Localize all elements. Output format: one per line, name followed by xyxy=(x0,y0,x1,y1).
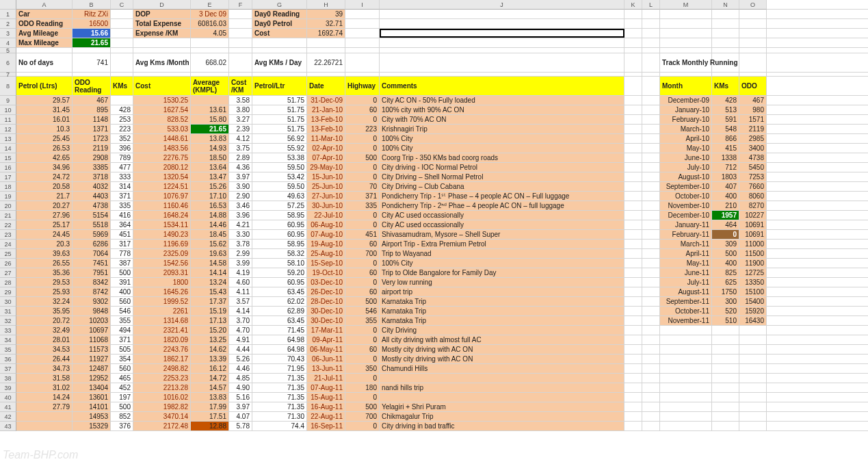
col-header-K[interactable]: K xyxy=(624,0,642,10)
grid[interactable]: ABCDEFGHIJKLMNO CarRitz ZXiDOP3 Dec 09Da… xyxy=(16,0,868,464)
cell-K19[interactable] xyxy=(624,192,642,201)
cell-K7[interactable] xyxy=(624,73,642,76)
cell-K5[interactable] xyxy=(624,48,642,53)
cell-F1[interactable] xyxy=(229,10,252,18)
cell-M43[interactable] xyxy=(660,422,712,430)
col-header-N[interactable]: N xyxy=(712,0,739,10)
cell-O37[interactable] xyxy=(739,364,767,373)
cell-K33[interactable] xyxy=(624,326,642,335)
row-header-38[interactable]: 38 xyxy=(0,374,16,383)
col-header-B[interactable]: B xyxy=(73,0,111,10)
cell-L38[interactable] xyxy=(642,374,660,383)
cell-N39[interactable] xyxy=(712,383,739,392)
cell-L22[interactable] xyxy=(642,220,660,229)
col-header-D[interactable]: D xyxy=(133,0,191,10)
cell-J2[interactable] xyxy=(380,19,624,28)
cell-K32[interactable] xyxy=(624,316,642,325)
cell-M35[interactable] xyxy=(660,345,712,354)
cell-O4[interactable] xyxy=(739,38,767,47)
cell-K11[interactable] xyxy=(624,115,642,124)
cell-K4[interactable] xyxy=(624,38,642,47)
cell-M33[interactable] xyxy=(660,326,712,335)
cell-N42[interactable] xyxy=(712,412,739,421)
cell-O33[interactable] xyxy=(739,326,767,335)
cell-O41[interactable] xyxy=(739,402,767,411)
cell-C2[interactable] xyxy=(111,19,133,28)
cell-K40[interactable] xyxy=(624,393,642,402)
row-header-22[interactable]: 22 xyxy=(0,220,16,230)
cell-N41[interactable] xyxy=(712,402,739,411)
row-header-28[interactable]: 28 xyxy=(0,278,16,287)
cell-K43[interactable] xyxy=(624,422,642,430)
cell-K30[interactable] xyxy=(624,297,642,306)
cell-O40[interactable] xyxy=(739,393,767,402)
cell-K24[interactable] xyxy=(624,240,642,248)
cell-O35[interactable] xyxy=(739,345,767,354)
cell-M41[interactable] xyxy=(660,402,712,411)
row-header-30[interactable]: 30 xyxy=(0,297,16,307)
row-header-5[interactable]: 5 xyxy=(0,48,16,53)
cell-N35[interactable] xyxy=(712,345,739,354)
cell-M3[interactable] xyxy=(660,29,712,38)
cell-L5[interactable] xyxy=(642,48,660,53)
cell-E7[interactable] xyxy=(191,73,229,76)
cell-M34[interactable] xyxy=(660,335,712,344)
cell-L33[interactable] xyxy=(642,326,660,335)
cell-N43[interactable] xyxy=(712,422,739,430)
col-header-H[interactable]: H xyxy=(307,0,345,10)
cell-H4[interactable] xyxy=(307,38,345,47)
cell-L3[interactable] xyxy=(642,29,660,38)
cell-L31[interactable] xyxy=(642,307,660,315)
row-header-36[interactable]: 36 xyxy=(0,355,16,364)
cell-F3[interactable] xyxy=(229,29,252,38)
cell-L23[interactable] xyxy=(642,230,660,239)
row-header-37[interactable]: 37 xyxy=(0,364,16,374)
cell-O7[interactable] xyxy=(739,73,767,76)
cell-K26[interactable] xyxy=(624,259,642,268)
row-header-27[interactable]: 27 xyxy=(0,268,16,278)
row-header-29[interactable]: 29 xyxy=(0,287,16,297)
cell-E4[interactable] xyxy=(191,38,229,47)
cell-N6[interactable] xyxy=(712,53,739,72)
cell-K16[interactable] xyxy=(624,163,642,172)
cell-N3[interactable] xyxy=(712,29,739,38)
row-header-33[interactable]: 33 xyxy=(0,326,16,335)
cell-I5[interactable] xyxy=(345,48,380,53)
cell-C5[interactable] xyxy=(111,48,133,53)
cell-C3[interactable] xyxy=(111,29,133,38)
row-header-6[interactable]: 6 xyxy=(0,53,16,73)
row-header-31[interactable]: 31 xyxy=(0,307,16,316)
cell-N34[interactable] xyxy=(712,335,739,344)
cell-L40[interactable] xyxy=(642,393,660,402)
cell-K29[interactable] xyxy=(624,287,642,296)
cell-O6[interactable] xyxy=(739,53,767,72)
col-header-A[interactable]: A xyxy=(16,0,73,10)
cell-L37[interactable] xyxy=(642,364,660,373)
cell-L6[interactable] xyxy=(642,53,660,72)
cell-I3[interactable] xyxy=(345,29,380,38)
row-header-8[interactable]: 8 xyxy=(0,77,16,96)
col-header-M[interactable]: M xyxy=(660,0,712,10)
cell-L36[interactable] xyxy=(642,355,660,363)
cell-L2[interactable] xyxy=(642,19,660,28)
cell-B5[interactable] xyxy=(73,48,111,53)
cell-O42[interactable] xyxy=(739,412,767,421)
cell-N33[interactable] xyxy=(712,326,739,335)
cell-D5[interactable] xyxy=(133,48,191,53)
cell-B7[interactable] xyxy=(73,73,111,76)
cell-L18[interactable] xyxy=(642,182,660,191)
cell-N4[interactable] xyxy=(712,38,739,47)
cell-K18[interactable] xyxy=(624,182,642,191)
cell-K1[interactable] xyxy=(624,10,642,18)
cell-L29[interactable] xyxy=(642,287,660,296)
row-header-13[interactable]: 13 xyxy=(0,134,16,144)
cell-K34[interactable] xyxy=(624,335,642,344)
cell-O36[interactable] xyxy=(739,355,767,363)
cell-L8[interactable] xyxy=(642,77,660,95)
cell-L28[interactable] xyxy=(642,278,660,287)
cell-A7[interactable] xyxy=(16,73,73,76)
cell-L39[interactable] xyxy=(642,383,660,392)
cell-M7[interactable] xyxy=(660,73,712,76)
cell-K20[interactable] xyxy=(624,201,642,210)
cell-I7[interactable] xyxy=(345,73,380,76)
